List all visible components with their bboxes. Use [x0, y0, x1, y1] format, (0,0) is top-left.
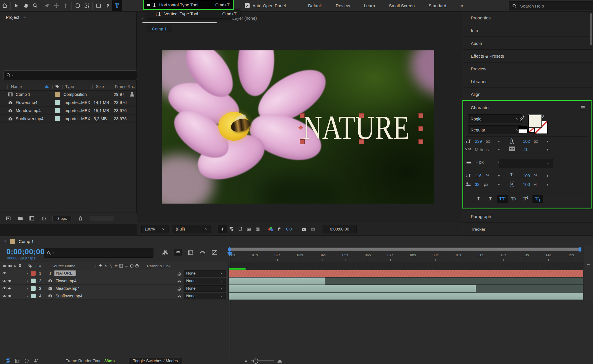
motion-blur-column-icon[interactable]	[124, 264, 129, 268]
color-depth-button[interactable]: 8 bpc	[52, 215, 72, 222]
workspace-overflow-chevrons[interactable]: »	[453, 0, 470, 11]
solo-column-icon[interactable]: ●	[12, 264, 17, 268]
panel-menu-icon[interactable]: ≡	[23, 14, 26, 20]
mask-visibility-button[interactable]	[236, 225, 244, 233]
work-area-end-handle[interactable]	[579, 247, 581, 252]
draft-3d-icon[interactable]	[174, 249, 182, 256]
panel-tab-paragraph[interactable]: Paragraph	[463, 210, 593, 223]
audio-icon[interactable]	[7, 286, 12, 291]
panel-tab-preview[interactable]: Preview	[463, 63, 593, 75]
channel-select-button[interactable]	[266, 225, 275, 233]
timeline-zoom-slider[interactable]	[251, 360, 274, 361]
fast-preview-button[interactable]	[218, 225, 227, 233]
render-time-icon[interactable]	[33, 358, 39, 363]
layer-row-2[interactable]: › 2 Flower.mp4 ╲ fx None	[0, 277, 228, 285]
layer-bar-nature[interactable]	[229, 270, 583, 277]
project-row-sunflower[interactable]: Sunflower.mp4 Importe...MEX 5,2 MB 23,97…	[0, 115, 136, 123]
stroke-style-select[interactable]	[499, 159, 553, 168]
menu-item-horizontal-type-tool[interactable]: T Horizontal Type Tool Cmd+T	[144, 0, 233, 9]
3d-column-icon[interactable]	[134, 264, 140, 268]
column-framerate[interactable]: Frame Ra..	[115, 84, 135, 89]
magnification-select[interactable]: 100%	[141, 225, 169, 233]
tracking-value[interactable]: 71	[523, 147, 528, 152]
layer-name-selected[interactable]: NATURE	[54, 270, 76, 276]
rotation-tool[interactable]	[73, 0, 82, 11]
font-family-select[interactable]: Rogie	[468, 114, 522, 123]
dropdown-arrow[interactable]: ▼	[497, 140, 500, 143]
no-color-mini-swatch[interactable]	[528, 127, 534, 133]
layer-bar-sunflower[interactable]	[229, 292, 583, 300]
all-caps-button[interactable]: TT	[497, 195, 508, 203]
zoom-out-mountain-icon[interactable]	[244, 358, 248, 363]
playhead-line[interactable]	[230, 253, 230, 357]
snapshot-button[interactable]	[300, 225, 309, 233]
frame-blending-icon[interactable]	[188, 250, 194, 256]
panel-tab-effects-presets[interactable]: Effects & Presets	[463, 50, 593, 63]
comp-mini-flowchart-icon[interactable]	[162, 249, 169, 256]
project-row-comp1[interactable]: Comp 1 Composition 29,97	[0, 90, 136, 98]
column-type[interactable]: Type	[65, 84, 74, 89]
selection-handle[interactable]	[359, 113, 364, 118]
project-row-meadow[interactable]: Meadow.mp4 Importe...MEX 15,1 MB 23,976	[0, 107, 136, 115]
workspace-standard[interactable]: Standard	[422, 0, 453, 11]
default-fill-stroke-swatch[interactable]	[518, 126, 528, 133]
current-timecode[interactable]: 0;00;00;00	[6, 247, 45, 256]
flowchart-icon[interactable]	[129, 92, 135, 97]
dropdown-arrow[interactable]: ▼	[546, 148, 549, 151]
panel-tab-align[interactable]: Align	[463, 88, 593, 101]
label-color-swatch[interactable]	[55, 108, 60, 113]
zoom-tool[interactable]	[30, 0, 40, 11]
adjustment-column-icon[interactable]	[129, 264, 134, 268]
layer-name[interactable]: Sunflower.mp4	[56, 294, 83, 298]
collapse-column-icon[interactable]: ☀	[103, 264, 108, 268]
expand-arrow[interactable]: ›	[27, 271, 28, 276]
work-area-bar[interactable]	[229, 248, 581, 251]
toggle-switches-modes-button[interactable]: Toggle Switches / Modes	[129, 358, 182, 364]
quality-column-icon[interactable]: ╲	[108, 264, 114, 268]
project-row-flower[interactable]: Flower.mp4 Importe...MEX 14,1 MB 23,976	[0, 98, 136, 107]
panel-tab-audio[interactable]: Audio	[463, 37, 593, 50]
dropdown-arrow[interactable]: ▼	[546, 174, 549, 178]
parent-link-column[interactable]: Parent & Link	[147, 264, 171, 268]
eyedropper-icon[interactable]	[519, 115, 525, 121]
layer-label-swatch[interactable]	[31, 271, 36, 276]
pan-behind-tool[interactable]	[82, 0, 91, 11]
pick-whip-icon[interactable]	[176, 286, 181, 291]
shy-column-icon[interactable]	[98, 264, 103, 268]
pick-whip-icon[interactable]	[176, 271, 181, 276]
layer-name[interactable]: Flower.mp4	[56, 279, 76, 283]
resolution-select[interactable]: (Full)	[173, 225, 211, 233]
sort-ascending-icon[interactable]	[44, 85, 49, 88]
font-style-select[interactable]: Regular	[468, 125, 522, 134]
work-area-start-handle[interactable]	[228, 247, 231, 252]
column-size[interactable]: Size	[96, 84, 104, 89]
faux-bold-button[interactable]: T	[473, 195, 484, 203]
workspace-small-screen[interactable]: Small Screen	[382, 0, 422, 11]
layer-name[interactable]: Meadow.mp4	[56, 286, 80, 291]
panel-tab-properties[interactable]: Properties	[463, 12, 593, 24]
exposure-icon[interactable]	[275, 225, 284, 233]
audio-icon[interactable]	[7, 279, 12, 283]
expand-arrow[interactable]: ›	[27, 294, 28, 298]
dolly-camera-tool[interactable]	[61, 0, 70, 11]
workspace-learn[interactable]: Learn	[357, 0, 382, 11]
parent-select[interactable]: None	[184, 270, 226, 277]
checkbox-checked-icon[interactable]: ✓	[245, 3, 250, 8]
type-tool[interactable]: T	[112, 0, 122, 11]
playhead-handle[interactable]	[227, 252, 233, 259]
source-name-column[interactable]: Source Name	[52, 264, 76, 268]
label-color-swatch[interactable]	[55, 100, 60, 105]
viewer-timecode[interactable]: 0;00;00;00	[323, 225, 357, 233]
workspace-review[interactable]: Review	[329, 0, 357, 11]
orbit-camera-tool[interactable]	[42, 0, 52, 11]
graph-editor-icon[interactable]	[211, 249, 218, 256]
label-column-icon[interactable]	[55, 84, 60, 89]
label-column-icon[interactable]	[28, 264, 33, 268]
comp-marker-icon[interactable]	[586, 264, 591, 269]
small-caps-button[interactable]: TT	[509, 195, 519, 203]
zoom-in-mountain-icon[interactable]	[277, 358, 283, 364]
audio-icon[interactable]	[7, 294, 12, 298]
transparency-grid-button[interactable]	[227, 225, 236, 233]
trash-icon[interactable]	[78, 215, 83, 221]
blend-modes-icon[interactable]	[15, 358, 20, 363]
